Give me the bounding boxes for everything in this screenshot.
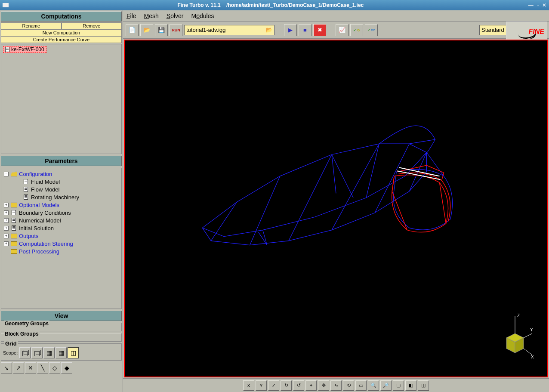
tree-boundary-conditions[interactable]: +Boundary Conditions [4, 209, 119, 216]
tree-rotating-machinery[interactable]: Rotating Machinery [16, 193, 119, 201]
tb-run[interactable]: RUN [170, 24, 182, 36]
svg-text:Y: Y [530, 327, 533, 332]
bt-orbit[interactable]: ⤿ [330, 380, 342, 391]
view-z-button[interactable]: Z [268, 380, 279, 391]
geometry-groups[interactable]: Geometry Groups [1, 323, 122, 331]
menu-modules[interactable]: Modules [191, 12, 214, 19]
bt-zoom-out[interactable]: 🔎 [380, 380, 392, 391]
document-icon [12, 218, 16, 223]
scope-mode-1[interactable] [19, 347, 31, 358]
view-y-button[interactable]: Y [256, 380, 267, 391]
bt-wire[interactable]: ▢ [393, 380, 404, 391]
tree-flow-model[interactable]: Flow Model [16, 185, 119, 193]
svg-line-5 [524, 333, 532, 338]
parameters-header: Parameters [1, 156, 122, 166]
folder-icon [11, 249, 17, 254]
view-tool-1[interactable]: ↘ [1, 362, 12, 373]
tree-post-processing[interactable]: Post Processing [4, 247, 119, 255]
tree-initial-solution[interactable]: +Initial Solution [4, 224, 119, 232]
bt-rotate-2[interactable]: ↺ [293, 380, 304, 391]
menubar: File Mesh Solver Modules [123, 10, 549, 22]
tb-play[interactable]: ▶ [284, 24, 297, 36]
tb-open[interactable]: 📂 [140, 24, 153, 36]
tb-check-cfv[interactable]: ✓cfv [365, 24, 378, 36]
mesh-file-field[interactable]: tutorial1-adv.igg 📂 [184, 25, 274, 35]
app-menu-icon[interactable] [3, 3, 9, 7]
mesh-file-name: tutorial1-adv.igg [186, 27, 226, 33]
bottom-toolbar: X Y Z ↻ ↺ ⌖ ✥ ⤿ ⟲ ▭ 🔍 🔎 ▢ ◧ ◫ [123, 378, 549, 392]
maximize-button[interactable]: ▫ [537, 2, 539, 8]
document-icon [5, 47, 9, 52]
view-tool-3[interactable]: ✕ [25, 362, 36, 373]
folder-open-icon [11, 172, 17, 176]
document-icon [24, 187, 28, 192]
tb-stop[interactable]: ■ [299, 24, 312, 36]
new-computation-button[interactable]: New Computation [1, 29, 122, 36]
logo-text: FINE [529, 28, 544, 36]
create-performance-curve-button[interactable]: Create Performance Curve [1, 36, 122, 43]
rename-button[interactable]: Rename [1, 22, 62, 29]
main-toolbar: 📄 📂 💾 RUN tutorial1-adv.igg 📂 ▶ ■ ✖ 📈 ✓x… [123, 22, 549, 39]
scope-mode-3[interactable]: ▦ [43, 347, 55, 358]
document-icon [12, 225, 16, 231]
view-tools-row: ↘ ↗ ✕ ╲ ◇ ◆ [1, 362, 122, 373]
bt-reset[interactable]: ⟲ [343, 380, 354, 391]
view-header: View [1, 311, 122, 321]
view-tool-6[interactable]: ◆ [61, 362, 72, 373]
view-tool-2[interactable]: ↗ [13, 362, 24, 373]
remove-button[interactable]: Remove [62, 22, 122, 29]
scope-mode-5[interactable]: ◫ [68, 347, 79, 358]
tb-cancel[interactable]: ✖ [313, 24, 326, 36]
window-titlebar: Fine Turbo v. 11.1 /home/admin/test/_Tur… [0, 0, 549, 10]
scope-mode-2[interactable] [31, 347, 43, 358]
menu-mesh[interactable]: Mesh [144, 12, 159, 19]
3d-viewport[interactable]: Z Y X [124, 40, 548, 377]
tree-numerical-model[interactable]: +Numerical Model [4, 216, 119, 224]
open-file-icon[interactable]: 📂 [265, 27, 272, 33]
parameters-tree[interactable]: −Configuration Fluid Model Flow Model Ro… [1, 168, 122, 309]
cube-icon [34, 349, 40, 356]
close-button[interactable]: ✕ [542, 2, 546, 8]
bt-rotate-1[interactable]: ↻ [281, 380, 292, 391]
tb-new[interactable]: 📄 [126, 24, 139, 36]
tree-configuration[interactable]: −Configuration [4, 170, 119, 178]
window-title: Fine Turbo v. 11.1 /home/admin/test/_Tur… [13, 2, 528, 8]
tree-optional-models[interactable]: +Optional Models [4, 201, 119, 209]
bt-fit[interactable]: ⌖ [305, 380, 317, 391]
computation-label: ke-ExtWF-000 [11, 46, 44, 52]
computation-item[interactable]: ke-ExtWF-000 [3, 46, 46, 53]
tb-check-xy[interactable]: ✓xy [350, 24, 363, 36]
menu-file[interactable]: File [126, 12, 136, 19]
tree-outputs[interactable]: +Outputs [4, 232, 119, 240]
menu-solver[interactable]: Solver [167, 12, 184, 19]
tree-computation-steering[interactable]: +Computation Steering [4, 240, 119, 247]
block-groups[interactable]: Block Groups [1, 333, 122, 342]
tree-fluid-model[interactable]: Fluid Model [16, 178, 119, 185]
view-x-button[interactable]: X [243, 380, 254, 391]
view-tool-4[interactable]: ╲ [37, 362, 48, 373]
computations-header: Computations [1, 11, 122, 22]
tb-chart[interactable]: 📈 [336, 24, 349, 36]
cube-icon [22, 349, 28, 356]
scope-mode-4[interactable]: ▦ [56, 347, 67, 358]
bt-zoom-rect[interactable]: ▭ [355, 380, 367, 391]
3d-wireframe [125, 40, 547, 377]
left-panel: Computations Rename Remove New Computati… [0, 10, 123, 392]
document-icon [24, 194, 28, 200]
bt-persp[interactable]: ◫ [418, 380, 429, 391]
folder-icon [11, 241, 17, 246]
axis-gizmo: Z Y X [491, 312, 534, 359]
folder-icon [11, 203, 17, 207]
document-icon [12, 210, 16, 215]
scope-label: Scope: [3, 350, 18, 355]
svg-line-7 [524, 349, 532, 355]
bt-shade[interactable]: ◧ [405, 380, 416, 391]
tb-save[interactable]: 💾 [155, 24, 168, 36]
minimize-button[interactable]: — [528, 2, 534, 8]
bt-zoom-in[interactable]: 🔍 [368, 380, 379, 391]
computations-list[interactable]: ke-ExtWF-000 [1, 44, 122, 154]
view-tool-5[interactable]: ◇ [49, 362, 60, 373]
right-panel: File Mesh Solver Modules 📄 📂 💾 RUN tutor… [123, 10, 549, 392]
bt-pan[interactable]: ✥ [318, 380, 329, 391]
svg-text:Z: Z [517, 313, 520, 318]
